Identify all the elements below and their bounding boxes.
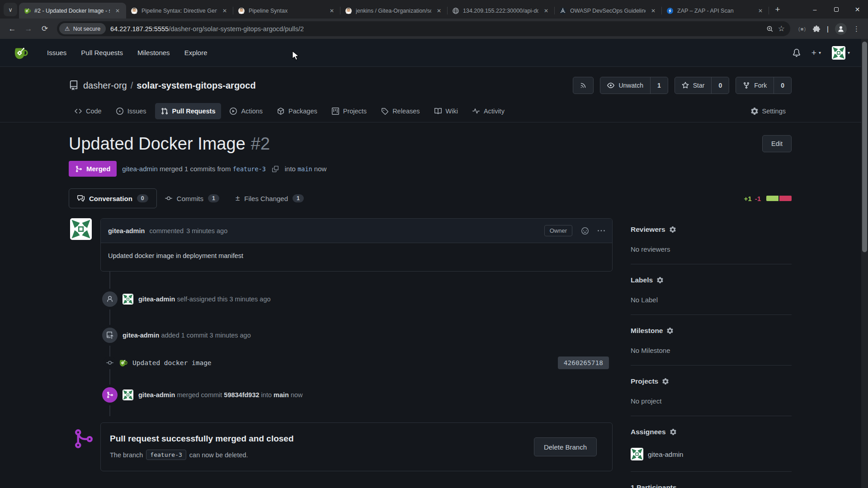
browser-tab[interactable]: OWASP DevSecOps Guideline - ✕ xyxy=(555,3,662,19)
emoji-icon[interactable] xyxy=(581,227,589,235)
target-branch-link[interactable]: main xyxy=(297,165,312,173)
close-window-button[interactable]: ✕ xyxy=(847,0,868,19)
jenkins-favicon-icon xyxy=(131,7,138,14)
reload-button[interactable]: ⟳ xyxy=(37,21,52,37)
fork-count[interactable]: 0 xyxy=(774,77,791,94)
tab-close-icon[interactable]: ✕ xyxy=(221,7,229,15)
repo-tab-issues[interactable]: Issues xyxy=(110,103,152,119)
repo-tab-wiki[interactable]: Wiki xyxy=(429,103,464,119)
unwatch-button[interactable]: Unwatch xyxy=(600,77,650,94)
new-tab-button[interactable]: + xyxy=(771,3,784,16)
browser-menu-icon[interactable]: ⋮ xyxy=(853,25,860,33)
notifications-button[interactable] xyxy=(787,45,806,61)
nav-link-pull-requests[interactable]: Pull Requests xyxy=(74,44,130,61)
page-scrollbar[interactable] xyxy=(861,39,868,488)
assignee-item[interactable]: gitea-admin xyxy=(631,448,792,460)
fork-button[interactable]: Fork xyxy=(736,77,774,94)
repo-tab-code[interactable]: Code xyxy=(69,103,108,119)
repo-tab-pull-requests[interactable]: Pull Requests xyxy=(155,103,222,119)
repo-tab-settings[interactable]: Settings xyxy=(745,103,792,119)
repo-tab-actions[interactable]: Actions xyxy=(224,103,269,119)
scrollbar-thumb[interactable] xyxy=(862,42,867,252)
browser-tab[interactable]: jenkins / Gitea-Organization/so ✕ xyxy=(340,3,448,19)
rss-button[interactable] xyxy=(573,77,594,94)
bookmark-star-icon[interactable]: ☆ xyxy=(778,24,785,33)
author-link[interactable]: gitea-admin xyxy=(122,165,157,173)
star-count[interactable]: 0 xyxy=(711,77,729,94)
gear-icon[interactable] xyxy=(667,328,673,334)
copy-icon[interactable] xyxy=(272,166,278,172)
browser-tab-active[interactable]: #2 - Updated Docker Image - s ✕ xyxy=(19,3,126,19)
browser-tab[interactable]: Pipeline Syntax: Directive Gener ✕ xyxy=(126,3,233,19)
commit-hash-link[interactable]: 4260265718 xyxy=(558,357,609,369)
nav-link-explore[interactable]: Explore xyxy=(177,44,215,61)
avatar[interactable] xyxy=(123,294,133,305)
commit-message-link[interactable]: Updated docker image xyxy=(132,359,212,366)
event-time[interactable]: 3 minutes ago xyxy=(229,296,270,303)
milestone-empty-text: No Milestone xyxy=(631,347,792,354)
repo-tab-bar: Code Issues Pull Requests Actions Packag… xyxy=(69,103,792,122)
repo-tab-releases[interactable]: Releases xyxy=(375,103,425,119)
repo-owner-link[interactable]: dasher-org xyxy=(83,80,127,91)
browser-profile-icon[interactable] xyxy=(835,23,847,35)
tab-group-icon[interactable]: (■) xyxy=(798,26,806,32)
comment-author-link[interactable]: gitea-admin xyxy=(108,227,145,235)
url-text[interactable]: 64.227.187.25:5555/dasher-org/solar-syst… xyxy=(110,25,762,33)
browser-tab[interactable]: ZAP – ZAP - API Scan ✕ xyxy=(662,3,769,19)
source-branch-link[interactable]: feature-3 xyxy=(233,165,266,173)
comment-menu-icon[interactable] xyxy=(598,227,605,235)
nav-link-milestones[interactable]: Milestones xyxy=(130,44,177,61)
tab-files-changed[interactable]: ± Files Changed 1 xyxy=(227,188,312,208)
pull-request-icon xyxy=(161,108,168,115)
merged-sha[interactable]: 59834fd932 xyxy=(224,391,259,399)
gear-icon[interactable] xyxy=(657,277,663,283)
package-icon xyxy=(277,108,284,115)
tab-close-icon[interactable]: ✕ xyxy=(435,7,443,15)
browser-tab[interactable]: 134.209.155.222:30000/api-doc ✕ xyxy=(448,3,555,19)
tab-close-icon[interactable]: ✕ xyxy=(649,7,657,15)
zoom-icon[interactable] xyxy=(766,25,774,33)
book-icon xyxy=(434,108,442,115)
forward-button[interactable]: → xyxy=(21,21,36,37)
user-menu-button[interactable]: ▾ xyxy=(826,42,855,63)
extensions-icon[interactable] xyxy=(812,25,821,33)
git-merge-icon xyxy=(102,387,118,403)
star-button[interactable]: Star xyxy=(675,77,712,94)
tab-close-icon[interactable]: ✕ xyxy=(542,7,550,15)
event-time[interactable]: now xyxy=(291,391,303,399)
avatar[interactable] xyxy=(123,389,133,400)
avatar[interactable] xyxy=(70,218,92,240)
event-author-link[interactable]: gitea-admin xyxy=(123,332,159,339)
pulse-icon xyxy=(472,108,480,115)
delete-branch-button[interactable]: Delete Branch xyxy=(534,437,597,456)
create-new-button[interactable]: + ▾ xyxy=(806,44,826,61)
event-author-link[interactable]: gitea-admin xyxy=(138,296,175,303)
repo-tab-projects[interactable]: Projects xyxy=(326,103,373,119)
browser-tab[interactable]: Pipeline Syntax ✕ xyxy=(233,3,340,19)
tab-close-icon[interactable]: ✕ xyxy=(113,7,122,15)
address-bar[interactable]: ⚠ Not secure 64.227.187.25:5555/dasher-o… xyxy=(57,21,790,36)
nav-link-issues[interactable]: Issues xyxy=(40,44,74,61)
tab-close-icon[interactable]: ✕ xyxy=(756,7,764,15)
repo-tab-activity[interactable]: Activity xyxy=(467,103,510,119)
gear-icon[interactable] xyxy=(670,226,676,233)
repo-tab-packages[interactable]: Packages xyxy=(271,103,323,119)
tab-search-button[interactable]: ∨ xyxy=(4,3,17,16)
event-author-link[interactable]: gitea-admin xyxy=(138,391,175,399)
edit-button[interactable]: Edit xyxy=(762,135,792,152)
event-time[interactable]: 3 minutes ago xyxy=(210,332,251,339)
back-button[interactable]: ← xyxy=(5,21,20,37)
comment-time[interactable]: 3 minutes ago xyxy=(186,227,227,235)
minimize-button[interactable]: – xyxy=(804,0,826,19)
repo-name-link[interactable]: solar-system-gitops-argocd xyxy=(137,80,255,91)
security-chip[interactable]: ⚠ Not secure xyxy=(59,23,106,34)
tab-close-icon[interactable]: ✕ xyxy=(328,7,336,15)
gear-icon[interactable] xyxy=(670,429,676,435)
watch-count[interactable]: 1 xyxy=(650,77,668,94)
tab-commits[interactable]: Commits 1 xyxy=(157,189,227,208)
maximize-button[interactable] xyxy=(826,0,847,19)
repo-push-icon xyxy=(102,328,118,343)
gear-icon[interactable] xyxy=(662,378,669,385)
gitea-logo-icon[interactable] xyxy=(13,45,28,61)
tab-conversation[interactable]: Conversation 0 xyxy=(69,188,157,208)
